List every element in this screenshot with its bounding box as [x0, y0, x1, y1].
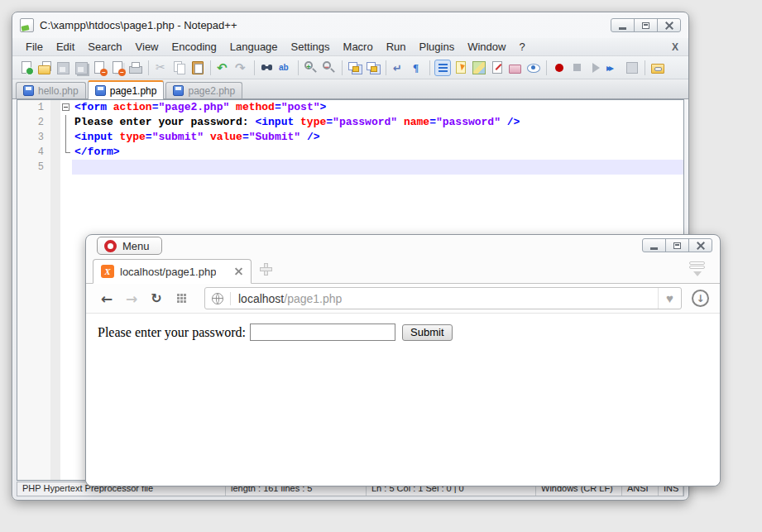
macro-play-icon[interactable] — [587, 60, 604, 76]
fold-collapse-icon[interactable] — [60, 100, 72, 115]
menu-view[interactable]: View — [129, 41, 165, 53]
macro-save-icon[interactable] — [624, 60, 640, 76]
code-line-3: 3<input type="submit" value="Submit" /> — [17, 130, 683, 145]
find-icon[interactable] — [259, 60, 276, 76]
line-number: 2 — [17, 115, 50, 130]
editor-tab-page1-php[interactable]: page1.php — [88, 80, 165, 99]
desktop: C:\xampp\htdocs\page1.php - Notepad++ Fi… — [0, 0, 762, 532]
notepad-titlebar[interactable]: C:\xampp\htdocs\page1.php - Notepad++ — [12, 12, 688, 38]
show-all-characters-icon[interactable] — [434, 60, 451, 76]
code-text: </form> — [72, 145, 683, 160]
new-tab-button[interactable] — [260, 263, 272, 276]
download-button[interactable] — [692, 290, 709, 307]
cut-icon[interactable] — [153, 60, 170, 76]
replace-icon[interactable] — [277, 60, 294, 76]
close-button[interactable] — [657, 18, 681, 32]
bookmark-margin — [50, 130, 60, 145]
bookmark-button[interactable] — [658, 288, 681, 309]
url-host: localhost — [238, 292, 284, 305]
document-map-icon[interactable] — [471, 60, 487, 76]
close-file-icon[interactable] — [91, 60, 108, 76]
menu-macro[interactable]: Macro — [337, 41, 380, 53]
menu-run[interactable]: Run — [380, 41, 413, 53]
speed-dial-button[interactable] — [171, 289, 191, 309]
browser-minimize-button[interactable] — [642, 238, 666, 252]
password-input[interactable] — [250, 324, 395, 341]
address-bar[interactable]: localhost/page1.php — [204, 287, 682, 309]
menu-file[interactable]: File — [19, 41, 50, 53]
notepad-window-controls — [611, 18, 681, 32]
macro-run-multiple-icon[interactable] — [606, 60, 622, 76]
browser-tab[interactable]: localhost/page1.php — [93, 259, 252, 284]
zoom-out-icon[interactable] — [321, 60, 338, 76]
menu-edit[interactable]: Edit — [50, 41, 81, 53]
function-list-icon[interactable] — [489, 60, 506, 76]
open-containing-folder-icon[interactable] — [649, 60, 666, 76]
notepad-window-title: C:\xampp\htdocs\page1.php - Notepad++ — [40, 19, 237, 31]
menubar-close-button[interactable]: X — [665, 41, 685, 53]
copy-icon[interactable] — [171, 60, 188, 76]
open-file-icon[interactable] — [36, 60, 53, 76]
url-separator — [230, 292, 231, 305]
tab-label: page2.php — [188, 85, 235, 97]
line-number: 1 — [17, 100, 50, 115]
menu-settings[interactable]: Settings — [285, 41, 337, 53]
code-line-4: 4</form> — [17, 145, 683, 160]
file-icon — [173, 85, 184, 96]
word-wrap-icon[interactable] — [391, 60, 407, 76]
new-file-icon[interactable] — [18, 60, 35, 76]
browser-close-button[interactable] — [688, 238, 712, 252]
menu-plugins[interactable]: Plugins — [413, 41, 462, 53]
submit-button[interactable]: Submit — [402, 324, 452, 341]
toolbar-separator — [386, 60, 386, 75]
fold-margin — [60, 160, 72, 175]
reload-button[interactable] — [146, 289, 166, 309]
sync-horizontal-icon[interactable] — [365, 60, 381, 76]
browser-titlebar[interactable]: Menu — [86, 235, 720, 256]
back-button[interactable] — [97, 289, 117, 309]
macro-record-icon[interactable] — [551, 60, 568, 76]
sync-vertical-icon[interactable] — [347, 60, 363, 76]
menu-encoding[interactable]: Encoding — [165, 41, 223, 53]
bookmark-margin — [50, 115, 60, 130]
folder-as-workspace-icon[interactable] — [507, 60, 524, 76]
opera-logo-icon — [104, 240, 117, 252]
save-icon[interactable] — [55, 60, 71, 76]
show-paragraph-icon[interactable] — [409, 60, 425, 76]
forward-button[interactable] — [122, 289, 141, 309]
toolbar-separator — [298, 60, 299, 75]
url-path: /page1.php — [284, 292, 342, 305]
menu-search[interactable]: Search — [81, 41, 128, 53]
bookmark-margin — [50, 100, 60, 115]
undo-icon[interactable] — [215, 60, 232, 76]
style-configurator-icon[interactable] — [453, 60, 469, 76]
tab-menu-icon[interactable] — [689, 261, 706, 277]
menu-help[interactable]: ? — [512, 41, 531, 53]
toolbar-separator — [342, 60, 343, 75]
fold-margin — [60, 115, 72, 130]
restore-button[interactable] — [634, 18, 658, 32]
monitoring-icon[interactable] — [525, 60, 542, 76]
code-text: <input type="submit" value="Submit" /> — [72, 130, 683, 145]
toolbar-separator — [645, 60, 645, 75]
macro-stop-icon[interactable] — [569, 60, 586, 76]
menu-window[interactable]: Window — [461, 41, 512, 53]
close-all-icon[interactable] — [109, 60, 126, 76]
paste-icon[interactable] — [189, 60, 206, 76]
save-all-icon[interactable] — [73, 60, 89, 76]
menu-language[interactable]: Language — [223, 41, 285, 53]
grid-icon — [177, 294, 186, 303]
minimize-button[interactable] — [611, 18, 635, 32]
editor-tab-page2-php[interactable]: page2.php — [165, 82, 242, 98]
zoom-in-icon[interactable] — [303, 60, 319, 76]
code-text: Please enter your password: <input type=… — [72, 115, 683, 130]
browser-toolbar: localhost/page1.php — [86, 284, 720, 314]
print-icon[interactable] — [127, 60, 144, 76]
npp-toolbar — [12, 56, 688, 79]
tab-close-icon[interactable] — [235, 267, 243, 276]
browser-restore-button[interactable] — [665, 238, 689, 252]
editor-tab-hello-php[interactable]: hello.php — [16, 82, 86, 98]
redo-icon[interactable] — [233, 60, 250, 76]
opera-menu-button[interactable]: Menu — [97, 237, 162, 255]
bookmark-margin — [50, 145, 60, 160]
